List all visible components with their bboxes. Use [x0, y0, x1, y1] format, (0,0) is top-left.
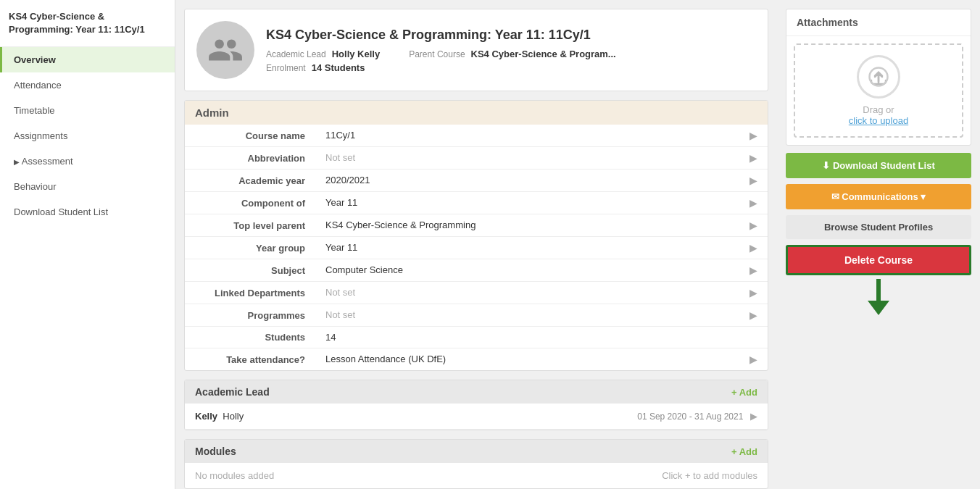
modules-header: Modules + Add	[185, 440, 768, 463]
admin-table-row: Students14	[185, 327, 768, 348]
annotation-arrow-icon	[857, 275, 900, 319]
parent-course-meta: Parent Course KS4 Cyber-Science & Progra…	[409, 49, 616, 59]
admin-table-row[interactable]: Linked DepartmentsNot set▶	[185, 282, 768, 304]
course-avatar	[196, 21, 254, 79]
admin-row-value: KS4 Cyber-Science & Programming▶	[315, 214, 768, 237]
sidebar-item-attendance[interactable]: Attendance	[0, 72, 175, 98]
admin-row-label: Subject	[185, 259, 315, 282]
admin-row-value: Computer Science▶	[315, 259, 768, 282]
admin-row-value: 14	[315, 327, 768, 348]
academic-lead-arrow-icon: ▶	[750, 411, 757, 422]
sidebar-link-attendance[interactable]: Attendance	[0, 72, 175, 98]
delete-course-button[interactable]: Delete Course	[786, 245, 971, 275]
admin-table: Course name11Cy/1▶AbbreviationNot set▶Ac…	[185, 125, 768, 370]
admin-row-label: Students	[185, 327, 315, 348]
communications-button[interactable]: ✉ Communications ▾	[786, 184, 971, 209]
course-meta-row: Academic Lead Holly Kelly Parent Course …	[266, 49, 616, 59]
sidebar-link-timetable[interactable]: Timetable	[0, 98, 175, 123]
admin-table-row[interactable]: Top level parentKS4 Cyber-Science & Prog…	[185, 214, 768, 237]
sidebar-link-overview[interactable]: Overview	[0, 47, 175, 72]
admin-row-value: Year 11▶	[315, 192, 768, 214]
add-academic-lead-button[interactable]: + Add	[731, 387, 757, 398]
row-arrow-icon: ▶	[749, 175, 757, 186]
academic-lead-section: Academic Lead + Add Kelly Holly 01 Sep 2…	[184, 380, 768, 430]
row-arrow-icon: ▶	[749, 152, 757, 164]
sidebar-link-assignments[interactable]: Assignments	[0, 123, 175, 149]
admin-row-value: Lesson Attendance (UK DfE)▶	[315, 348, 768, 371]
admin-row-value: 2020/2021▶	[315, 170, 768, 192]
right-panel: Attachments Drag or click to upload ⬇ Do…	[777, 0, 980, 489]
admin-row-label: Component of	[185, 192, 315, 214]
admin-table-row[interactable]: Component ofYear 11▶	[185, 192, 768, 214]
row-arrow-icon: ▶	[749, 354, 757, 365]
academic-lead-label: Academic Lead	[266, 49, 326, 59]
parent-course-value: KS4 Cyber-Science & Program...	[471, 49, 616, 59]
sidebar-item-assignments[interactable]: Assignments	[0, 123, 175, 149]
upload-link[interactable]: click to upload	[849, 115, 908, 126]
admin-row-label: Top level parent	[185, 214, 315, 237]
modules-empty-row: No modules added Click + to add modules	[185, 463, 768, 488]
row-arrow-icon: ▶	[749, 130, 757, 141]
browse-student-profiles-button[interactable]: Browse Student Profiles	[786, 215, 971, 239]
attachments-header: Attachments	[786, 9, 971, 36]
row-arrow-icon: ▶	[749, 264, 757, 276]
admin-row-value: Not set▶	[315, 304, 768, 327]
admin-header: Admin	[185, 101, 768, 125]
arrow-annotation-graphic	[857, 275, 900, 321]
add-module-button[interactable]: + Add	[731, 446, 757, 457]
row-arrow-icon: ▶	[749, 220, 757, 231]
sidebar-item-timetable[interactable]: Timetable	[0, 98, 175, 123]
admin-row-label: Course name	[185, 125, 315, 147]
admin-table-row[interactable]: Academic year2020/2021▶	[185, 170, 768, 192]
modules-title: Modules	[195, 446, 236, 457]
academic-lead-date-range: 01 Sep 2020 - 31 Aug 2021 ▶	[637, 411, 757, 422]
sidebar: KS4 Cyber-Science & Programming: Year 11…	[0, 0, 175, 489]
upload-arrow-icon	[868, 66, 889, 88]
row-arrow-icon: ▶	[749, 197, 757, 209]
main-content: KS4 Cyber-Science & Programming: Year 11…	[175, 0, 777, 489]
admin-row-value: Not set▶	[315, 147, 768, 170]
academic-lead-value: Holly Kelly	[332, 49, 380, 59]
sidebar-link-behaviour[interactable]: Behaviour	[0, 174, 175, 199]
upload-area[interactable]: Drag or click to upload	[794, 43, 963, 138]
admin-table-row[interactable]: Year groupYear 11▶	[185, 237, 768, 259]
sidebar-link-assessment[interactable]: Assessment	[0, 149, 175, 174]
admin-section: Admin Course name11Cy/1▶AbbreviationNot …	[184, 100, 768, 371]
enrolment-label: Enrolment	[266, 63, 306, 73]
admin-row-label: Abbreviation	[185, 147, 315, 170]
enrolment-row: Enrolment 14 Students	[266, 62, 616, 73]
group-icon	[207, 32, 244, 68]
download-student-list-button[interactable]: ⬇ Download Student List	[786, 153, 971, 178]
modules-hint: Click + to add modules	[662, 470, 757, 481]
upload-text: Drag or	[863, 104, 894, 115]
enrolment-value: 14 Students	[312, 62, 365, 73]
admin-row-label: Academic year	[185, 170, 315, 192]
sidebar-item-overview[interactable]: Overview	[0, 47, 175, 72]
admin-table-row[interactable]: ProgrammesNot set▶	[185, 304, 768, 327]
admin-table-row[interactable]: SubjectComputer Science▶	[185, 259, 768, 282]
admin-row-value: Year 11▶	[315, 237, 768, 259]
admin-table-row[interactable]: Course name11Cy/1▶	[185, 125, 768, 147]
modules-section: Modules + Add No modules added Click + t…	[184, 439, 768, 489]
row-arrow-icon: ▶	[749, 242, 757, 254]
sidebar-item-assessment[interactable]: Assessment	[0, 149, 175, 174]
sidebar-item-download-student-list[interactable]: Download Student List	[0, 199, 175, 225]
admin-row-label: Linked Departments	[185, 282, 315, 304]
admin-table-row[interactable]: AbbreviationNot set▶	[185, 147, 768, 170]
admin-row-label: Programmes	[185, 304, 315, 327]
row-arrow-icon: ▶	[749, 309, 757, 321]
academic-lead-title: Academic Lead	[195, 386, 270, 398]
academic-lead-meta: Academic Lead Holly Kelly	[266, 49, 380, 59]
course-title: KS4 Cyber-Science & Programming: Year 11…	[266, 28, 616, 43]
academic-lead-last-name: Kelly	[195, 411, 217, 422]
course-info: KS4 Cyber-Science & Programming: Year 11…	[266, 28, 616, 73]
academic-lead-first-name: Holly	[223, 411, 244, 422]
sidebar-link-download-student-list[interactable]: Download Student List	[0, 199, 175, 225]
academic-lead-entry[interactable]: Kelly Holly 01 Sep 2020 - 31 Aug 2021 ▶	[185, 404, 768, 430]
admin-table-row[interactable]: Take attendance?Lesson Attendance (UK Df…	[185, 348, 768, 371]
enrolment-meta: Enrolment 14 Students	[266, 62, 365, 73]
attachments-card: Attachments Drag or click to upload	[786, 9, 971, 146]
sidebar-item-behaviour[interactable]: Behaviour	[0, 174, 175, 199]
upload-icon	[857, 55, 900, 99]
sidebar-nav: Overview Attendance Timetable Assignment…	[0, 47, 175, 225]
